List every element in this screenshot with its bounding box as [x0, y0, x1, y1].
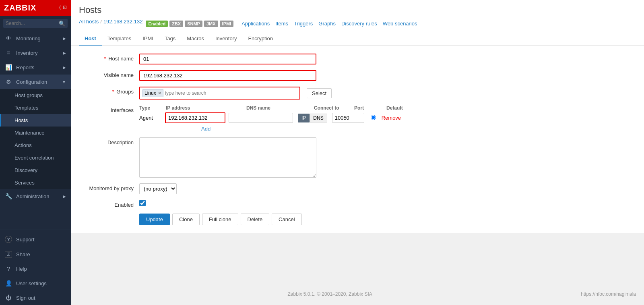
chevron-right-icon2: ▶: [63, 51, 66, 55]
col-ip: IP address: [166, 105, 246, 111]
agent-ip-input[interactable]: [165, 112, 225, 123]
group-tag-remove-icon[interactable]: ✕: [158, 91, 161, 96]
sidebar-item-sign-out[interactable]: ⏻ Sign out: [0, 290, 71, 305]
sidebar-item-event-correlation[interactable]: Event correlation: [0, 151, 71, 164]
chevron-right-icon: ▶: [63, 36, 66, 41]
proxy-select[interactable]: (no proxy): [139, 183, 177, 194]
sidebar-item-inventory[interactable]: ≡ Inventory ▶: [0, 46, 71, 60]
description-textarea[interactable]: [139, 137, 316, 178]
groups-tags-container[interactable]: Linux ✕: [139, 87, 300, 100]
action-buttons: Update Clone Full clone Delete Cancel: [139, 214, 632, 225]
sidebar-item-actions[interactable]: Actions: [0, 139, 71, 151]
host-name-input[interactable]: [139, 54, 316, 64]
clone-button[interactable]: Clone: [172, 214, 200, 225]
col-type: Type: [139, 105, 163, 111]
sidebar-item-help[interactable]: ? Help: [0, 261, 71, 276]
tab-tags[interactable]: Tags: [159, 32, 181, 46]
sidebar-sign-out-label: Sign out: [16, 295, 35, 301]
nav-applications[interactable]: Applications: [242, 21, 270, 27]
groups-label: * Groups: [83, 87, 139, 95]
nav-web-scenarios[interactable]: Web scenarios: [383, 21, 417, 27]
enabled-row: Enabled: [83, 200, 632, 208]
connect-buttons: IP DNS: [298, 114, 327, 122]
breadcrumb-current: 192.168.232.132: [103, 19, 143, 25]
sidebar-item-host-groups[interactable]: Host groups: [0, 89, 71, 102]
col-default: Default: [386, 105, 415, 111]
sidebar-reports-label: Reports: [16, 64, 59, 71]
interfaces-label: Interfaces: [83, 105, 139, 113]
breadcrumb: All hosts / 192.168.232.132: [79, 19, 142, 25]
sidebar-item-configuration[interactable]: ⚙ Configuration ▼: [0, 75, 71, 89]
sidebar-item-services[interactable]: Services: [0, 176, 71, 189]
tab-macros[interactable]: Macros: [181, 32, 210, 46]
tab-ipmi[interactable]: IPMI: [137, 32, 159, 46]
port-input[interactable]: [332, 113, 364, 123]
agent-label: Agent: [139, 115, 163, 121]
tab-templates[interactable]: Templates: [102, 32, 137, 46]
sidebar-item-share[interactable]: Z Share: [0, 247, 71, 261]
list-icon: ≡: [5, 50, 12, 56]
proxy-label: Monitored by proxy: [83, 183, 139, 191]
default-radio[interactable]: [371, 115, 376, 120]
share-icon: Z: [5, 251, 12, 257]
expand-icon[interactable]: ⊡: [63, 4, 67, 11]
cancel-button[interactable]: Cancel: [272, 214, 301, 225]
sidebar: ZABBIX 《 ⊡ 🔍 👁 Monitoring ▶ ≡ Inventory …: [0, 0, 71, 305]
visible-name-input[interactable]: [139, 70, 316, 81]
sidebar-item-monitoring[interactable]: 👁 Monitoring ▶: [0, 31, 71, 46]
admin-icon: 🔧: [5, 193, 12, 199]
sidebar-item-user-settings[interactable]: 👤 User settings: [0, 276, 71, 290]
zbx-badge: ZBX: [169, 21, 183, 27]
connect-dns-button[interactable]: DNS: [310, 114, 327, 122]
logo-area: ZABBIX 《 ⊡: [0, 0, 71, 16]
eye-icon: 👁: [5, 35, 12, 41]
sidebar-item-templates[interactable]: Templates: [0, 102, 71, 114]
nav-items[interactable]: Items: [275, 21, 288, 27]
col-dns: DNS name: [246, 105, 314, 111]
sidebar-item-administration[interactable]: 🔧 Administration ▶: [0, 189, 71, 203]
visible-name-label: Visible name: [83, 70, 139, 78]
logo-icons: 《 ⊡: [56, 4, 67, 11]
agent-interface-row: Agent IP DNS Remove: [139, 112, 415, 123]
chevron-right-icon3: ▶: [63, 65, 66, 70]
signout-icon: ⏻: [5, 295, 12, 301]
group-tag-linux: Linux ✕: [142, 89, 163, 97]
tab-encryption[interactable]: Encryption: [242, 32, 278, 46]
tab-host[interactable]: Host: [79, 32, 102, 46]
ipmi-badge: IPMI: [220, 21, 234, 27]
nav-triggers[interactable]: Triggers: [294, 21, 313, 27]
select-button[interactable]: Select: [307, 88, 332, 98]
collapse-icon[interactable]: 《: [56, 4, 61, 11]
status-badges: Enabled ZBX SNMP JMX IPMI: [146, 21, 233, 27]
breadcrumb-all-hosts[interactable]: All hosts: [79, 19, 99, 25]
enabled-checkbox[interactable]: [139, 200, 146, 206]
sidebar-item-discovery[interactable]: Discovery: [0, 164, 71, 176]
host-name-row: * Host name: [83, 54, 632, 64]
add-link[interactable]: Add: [201, 126, 211, 132]
config-submenu: Host groups Templates Hosts Maintenance …: [0, 89, 71, 189]
sidebar-item-reports[interactable]: 📊 Reports ▶: [0, 60, 71, 75]
search-input[interactable]: [3, 19, 68, 28]
nav-graphs[interactable]: Graphs: [318, 21, 336, 27]
agent-dns-input[interactable]: [229, 113, 293, 123]
col-connect: Connect to: [314, 105, 354, 111]
full-clone-button[interactable]: Full clone: [202, 214, 238, 225]
sidebar-help-label: Help: [16, 266, 27, 272]
sidebar-item-support[interactable]: ? Support: [0, 232, 71, 247]
update-button[interactable]: Update: [139, 214, 170, 225]
interfaces-row: Interfaces Type IP address DNS name Conn…: [83, 105, 632, 132]
enabled-label: Enabled: [83, 200, 139, 208]
groups-search-input[interactable]: [165, 90, 297, 96]
chevron-down-icon: ▼: [62, 80, 66, 84]
jmx-badge: JMX: [204, 21, 218, 27]
remove-link[interactable]: Remove: [382, 115, 401, 121]
tab-inventory[interactable]: Inventory: [210, 32, 242, 46]
main-content: Hosts All hosts / 192.168.232.132 Enable…: [71, 0, 644, 305]
config-icon: ⚙: [5, 79, 12, 85]
logo-text: ZABBIX: [4, 3, 36, 12]
connect-ip-button[interactable]: IP: [298, 114, 310, 122]
sidebar-item-maintenance[interactable]: Maintenance: [0, 127, 71, 139]
sidebar-item-hosts[interactable]: Hosts: [0, 114, 71, 127]
delete-button[interactable]: Delete: [241, 214, 270, 225]
nav-discovery-rules[interactable]: Discovery rules: [341, 21, 377, 27]
